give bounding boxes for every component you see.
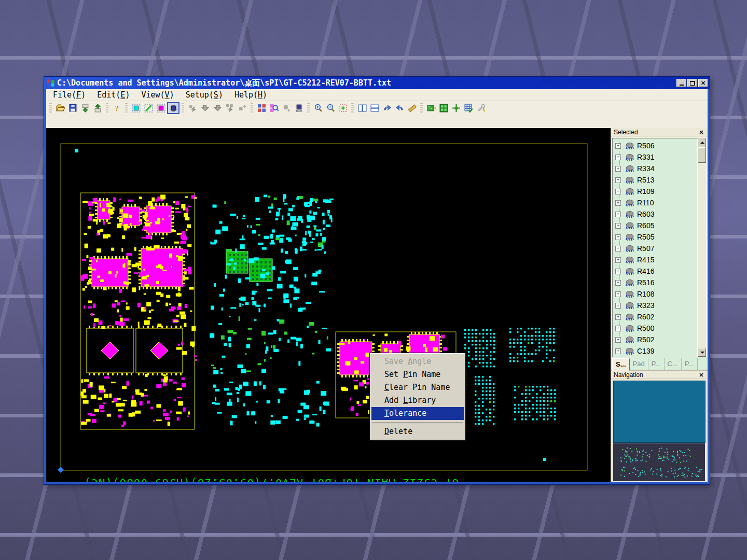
tree-row-r507[interactable]: +R507 (613, 243, 697, 254)
expand-toggle-icon[interactable]: + (615, 155, 621, 160)
toolbar-button-open-file[interactable] (54, 102, 66, 114)
tab-p1[interactable]: P... (648, 358, 665, 370)
toolbar-button-rotate-part[interactable] (199, 102, 211, 114)
toolbar-button-bom-part[interactable]: BOM (293, 102, 305, 114)
scroll-track[interactable] (698, 163, 706, 348)
toolbar-button-grid-settings[interactable] (462, 102, 475, 114)
tree-row-r416[interactable]: +R416 (613, 265, 697, 277)
toolbar-button-rotate-part2[interactable] (211, 102, 224, 114)
expand-toggle-icon[interactable]: + (615, 189, 621, 194)
toolbar-button-undo[interactable] (393, 102, 406, 114)
navigation-panel-header[interactable]: Navigation × (611, 371, 708, 379)
expand-toggle-icon[interactable]: + (615, 303, 621, 309)
tree-row-r110[interactable]: +R110 (613, 197, 697, 208)
title-bar[interactable]: C:\Documents and Settings\Administrator\… (44, 77, 710, 89)
tree-row-r415[interactable]: +R415 (613, 254, 697, 265)
context-menu-item-set-pin-name[interactable]: Set Pin Name (371, 368, 464, 381)
toolbar-button-zoom-in[interactable] (312, 102, 324, 114)
tree-row-r603[interactable]: +R603 (613, 208, 697, 220)
tree-row-r108[interactable]: +R108 (613, 288, 697, 300)
tree-scrollbar[interactable] (697, 138, 706, 357)
expand-toggle-icon[interactable]: + (615, 234, 621, 240)
menu-item-setup[interactable]: Setup(S) (180, 89, 229, 101)
navigation-panel-close-icon[interactable]: × (698, 371, 705, 379)
nav-viewport-box[interactable] (613, 381, 706, 443)
expand-toggle-icon[interactable]: + (615, 280, 621, 286)
tree-row-r109[interactable]: +R109 (613, 186, 697, 197)
menu-item-view[interactable]: View(V) (135, 89, 179, 101)
tree-row-r506[interactable]: +R506 (613, 140, 697, 151)
tab-s[interactable]: S... (612, 358, 630, 371)
toolbar-button-measure[interactable] (406, 102, 418, 114)
context-menu-item-delete[interactable]: Delete (371, 425, 464, 438)
toolbar-button-center-cross[interactable] (450, 102, 462, 114)
toolbar-button-component-tool[interactable] (167, 102, 179, 114)
minimize-button[interactable] (676, 79, 686, 87)
toolbar-button-split-horizontal[interactable] (368, 102, 381, 114)
toolbar-button-help[interactable]: ? (110, 102, 123, 114)
tab-pad[interactable]: Pad (630, 358, 648, 370)
tree-row-r505[interactable]: +R505 (613, 231, 697, 243)
restore-button[interactable] (687, 79, 697, 87)
toolbar-button-redo[interactable] (381, 102, 393, 114)
toolbar-button-find-part[interactable] (268, 102, 280, 114)
toolbar-button-select-silk-tool[interactable] (155, 102, 167, 114)
toolbar-button-move-group[interactable] (224, 102, 236, 114)
tree-row-r513[interactable]: +R513 (613, 174, 697, 186)
tree-row-c139[interactable]: +C139 (613, 345, 697, 357)
scroll-thumb[interactable] (698, 147, 706, 163)
nav-board-thumbnail[interactable] (613, 443, 705, 481)
selected-panel-header[interactable]: Selected × (611, 128, 708, 136)
context-menu-item-tolerance[interactable]: Tolerance (371, 407, 464, 420)
scroll-up-button[interactable] (698, 138, 706, 147)
selected-panel-close-icon[interactable]: × (698, 129, 705, 136)
toolbar-button-highlight-part[interactable] (280, 102, 293, 114)
expand-toggle-icon[interactable]: + (615, 212, 621, 217)
toolbar-button-zoom-out[interactable] (324, 102, 337, 114)
tree-row-r500[interactable]: +R500 (613, 323, 697, 334)
toolbar-button-part-sparkle[interactable] (236, 102, 248, 114)
expand-toggle-icon[interactable]: + (615, 166, 621, 172)
tab-p2[interactable]: P... (682, 358, 698, 370)
toolbar-button-save-file[interactable] (66, 102, 79, 114)
toolbar-button-draw-line-tool[interactable] (142, 102, 155, 114)
toolbar-button-zoom-fit[interactable] (337, 102, 349, 114)
tree-row-r516[interactable]: +R516 (613, 277, 697, 288)
component-tree[interactable]: +R506+R331+R334+R513+R109+R110+R603+R605… (613, 138, 697, 357)
expand-toggle-icon[interactable]: + (615, 223, 621, 229)
scroll-down-button[interactable] (698, 348, 706, 357)
menu-item-help[interactable]: Help(H) (229, 89, 273, 101)
expand-toggle-icon[interactable]: + (615, 291, 621, 297)
toolbar-button-bom-grid[interactable] (437, 102, 450, 114)
toolbar-button-align-parts[interactable] (255, 102, 268, 114)
tree-row-r605[interactable]: +R605 (613, 220, 697, 231)
expand-toggle-icon[interactable]: + (615, 269, 621, 274)
expand-toggle-icon[interactable]: + (615, 257, 621, 263)
context-menu-item-clear-pin-name[interactable]: Clear Pin Name (371, 381, 464, 394)
tree-row-r334[interactable]: +R334 (613, 163, 697, 174)
expand-toggle-icon[interactable]: + (615, 348, 621, 354)
tree-row-r502[interactable]: +R502 (613, 334, 697, 345)
expand-toggle-icon[interactable]: + (615, 314, 621, 320)
menu-item-edit[interactable]: Edit(E) (91, 89, 135, 101)
toolbar-button-export-up[interactable] (91, 102, 104, 114)
expand-toggle-icon[interactable]: + (615, 246, 621, 251)
tree-row-r331[interactable]: +R331 (613, 151, 697, 163)
expand-toggle-icon[interactable]: + (615, 177, 621, 183)
tree-row-r602[interactable]: +R602 (613, 311, 697, 323)
toolbar-button-settings-tools[interactable] (475, 102, 487, 114)
pcb-canvas[interactable]: GT-C5212 MAIN TOP+BOT REV0.7(09.03.28)(H… (46, 128, 611, 482)
tab-c[interactable]: C... (665, 358, 682, 370)
expand-toggle-icon[interactable]: + (615, 143, 621, 149)
context-menu-item-add-library[interactable]: Add Library (371, 394, 464, 407)
expand-toggle-icon[interactable]: + (615, 326, 621, 331)
tree-row-r323[interactable]: +R323 (613, 300, 697, 311)
close-button[interactable]: × (698, 79, 708, 87)
expand-toggle-icon[interactable]: + (615, 200, 621, 206)
toolbar-button-import-down[interactable] (79, 102, 91, 114)
toolbar-button-move-pin[interactable] (186, 102, 199, 114)
menu-item-file[interactable]: File(F) (47, 89, 91, 101)
expand-toggle-icon[interactable]: + (615, 337, 621, 343)
toolbar-button-select-pad-tool[interactable] (130, 102, 142, 114)
toolbar-button-board-info[interactable]: ? (425, 102, 437, 114)
